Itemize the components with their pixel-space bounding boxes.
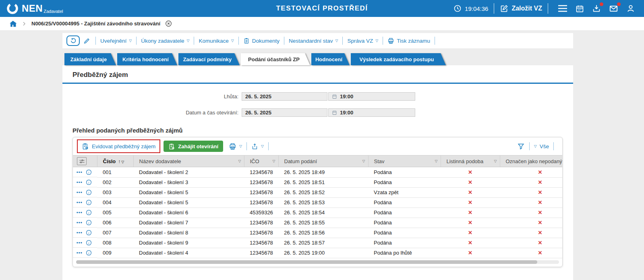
- cell-listinna-podoba-x: ✕: [441, 218, 500, 228]
- tab-vysledek-zadavaciho-postupu[interactable]: Výsledek zadávacího postupu: [351, 53, 446, 65]
- filter-caret-icon[interactable]: ▽: [121, 160, 124, 164]
- table-row[interactable]: i 003 Dodavatel - školení 5 12345678 26.…: [73, 187, 562, 197]
- row-options-icon[interactable]: [77, 191, 82, 193]
- divider: [284, 37, 284, 45]
- column-header-stav[interactable]: Stav▽: [368, 156, 441, 167]
- row-options-icon[interactable]: [77, 181, 82, 183]
- divider: [238, 37, 239, 45]
- toolbar-item-tisk-zaznamu[interactable]: Tisk záznamu: [387, 37, 430, 44]
- section-title: Předběžný zájem: [62, 65, 573, 79]
- tab-kriteria-hodnoceni[interactable]: Kritéria hodnocení: [117, 53, 177, 65]
- table-row[interactable]: i 002 Dodavatel - školení 3 12345678 26.…: [73, 177, 562, 187]
- create-vz-button[interactable]: Založit VZ: [500, 4, 542, 13]
- column-header-datum-podani[interactable]: Datum podání▽: [278, 156, 368, 167]
- tab-hodnoceni[interactable]: Hodnocení: [311, 53, 350, 65]
- divider: [548, 3, 548, 14]
- row-options-icon[interactable]: [77, 252, 82, 254]
- edit-square-icon: [500, 4, 508, 13]
- filter-caret-icon[interactable]: ▽: [238, 159, 241, 163]
- lhuta-date-field[interactable]: 26. 5. 2025: [242, 92, 327, 101]
- export-button[interactable]: ▽: [251, 143, 264, 150]
- edit-record-button[interactable]: [83, 37, 90, 44]
- row-options-icon[interactable]: [77, 232, 82, 234]
- row-options-icon[interactable]: [77, 201, 82, 203]
- row-info-icon[interactable]: i: [86, 169, 92, 175]
- chevron-right-icon: [22, 21, 27, 26]
- row-info-icon[interactable]: i: [86, 209, 92, 216]
- row-info-icon[interactable]: i: [86, 220, 92, 226]
- table-row[interactable]: i 007 Dodavatel - školení 8 12345678 26.…: [73, 228, 562, 238]
- cell-nazev-dodavatele: Dodavatel - školení 6: [133, 207, 244, 218]
- tab-podani-ucastniku-zp[interactable]: Podání účastníků ZP: [241, 53, 310, 65]
- row-info-icon[interactable]: i: [86, 240, 92, 246]
- row-options-icon[interactable]: [77, 222, 82, 224]
- lhuta-time-field[interactable]: 19:00: [328, 92, 415, 101]
- history-back-button[interactable]: [66, 35, 80, 46]
- submissions-table-wrap: Číslo↑▽ Název dodavatele▽ IČO▽ Datum pod…: [73, 155, 562, 258]
- row-info-icon[interactable]: i: [86, 189, 92, 195]
- column-settings-button[interactable]: [77, 157, 87, 165]
- column-header-listinna-podoba[interactable]: Listinná podoba▽: [441, 156, 500, 167]
- row-info-icon[interactable]: i: [86, 250, 92, 256]
- menu-button[interactable]: [558, 5, 567, 12]
- downloads-button[interactable]: [592, 4, 601, 13]
- cell-cislo: 008: [97, 238, 133, 248]
- row-info-icon[interactable]: i: [86, 230, 92, 236]
- table-row[interactable]: i 009 Dodavatel - školení 4 12345678 26.…: [73, 248, 562, 258]
- cell-nazev-dodavatele: Dodavatel - školení 7: [133, 218, 244, 228]
- cell-oznacen-nepodany-x: ✕: [500, 187, 562, 197]
- zahajit-otevirani-button[interactable]: Zahájit otevírání: [164, 141, 223, 152]
- column-header-ico[interactable]: IČO▽: [244, 156, 278, 167]
- filter-caret-icon[interactable]: ▽: [494, 159, 497, 163]
- tab-zakladni-udaje[interactable]: Základní údaje: [64, 53, 116, 65]
- filter-caret-icon[interactable]: ▽: [362, 159, 365, 163]
- home-icon[interactable]: [9, 20, 17, 28]
- table-row[interactable]: i 001 Dodavatel - školení 2 12345678 26.…: [73, 167, 562, 178]
- annotation-highlight-box: Evidovat předběžný zájem: [77, 139, 160, 153]
- row-options-icon[interactable]: [77, 212, 82, 214]
- calendar-button[interactable]: [576, 4, 584, 13]
- row-info-icon[interactable]: i: [86, 179, 92, 185]
- table-row[interactable]: i 006 Dodavatel - školení 7 12345678 26.…: [73, 218, 562, 228]
- table-row[interactable]: i 004 Dodavatel - školení 5 12345678 26.…: [73, 197, 562, 207]
- otevirani-time-field[interactable]: 19:00: [328, 108, 415, 117]
- datum-otevirani-label: Datum a čas otevírání:: [62, 110, 238, 116]
- cell-datum-podani: 26. 5. 2025 18:51: [278, 177, 368, 187]
- toolbar-item-dokumenty[interactable]: Dokumenty: [243, 37, 280, 44]
- table-row[interactable]: i 005 Dodavatel - školení 6 45359326 26.…: [73, 207, 562, 218]
- table-row[interactable]: i 008 Dodavatel - školení 9 12345678 26.…: [73, 238, 562, 248]
- filter-caret-icon[interactable]: ▽: [435, 159, 438, 163]
- cell-stav: Podána: [368, 167, 441, 178]
- evidovat-predbezny-zajem-button[interactable]: Evidovat předběžný zájem: [82, 143, 155, 150]
- horizontal-scrollbar[interactable]: [76, 260, 559, 264]
- user-profile-button[interactable]: [626, 4, 635, 13]
- scrollbar-thumb[interactable]: [76, 260, 537, 264]
- close-breadcrumb-icon[interactable]: [165, 20, 172, 27]
- column-header-nazev[interactable]: Název dodavatele▽: [133, 156, 244, 167]
- filter-all-dropdown[interactable]: ▽ Vše: [534, 143, 549, 149]
- cell-ico: 12345678: [244, 177, 278, 187]
- breadcrumb-item[interactable]: N006/25/V00004995 - Zajištění závodního …: [31, 21, 160, 27]
- print-table-button[interactable]: ▽: [229, 143, 242, 150]
- otevirani-date-field[interactable]: 26. 5. 2025: [242, 108, 327, 117]
- row-options-icon[interactable]: [77, 242, 82, 244]
- nen-logo[interactable]: NEN Zadavatel: [6, 2, 63, 15]
- downloads-notification-dot: [600, 2, 603, 6]
- row-info-icon[interactable]: i: [86, 199, 92, 205]
- filter-icon[interactable]: [517, 143, 525, 150]
- divider: [95, 37, 96, 45]
- messages-button[interactable]: [609, 4, 618, 13]
- toolbar-item-sprava-vz[interactable]: Správa VZ▽: [347, 38, 378, 44]
- column-header-cislo[interactable]: Číslo↑▽: [97, 156, 133, 167]
- row-options-icon[interactable]: [77, 171, 82, 173]
- filter-caret-icon[interactable]: ▽: [273, 159, 275, 163]
- caret-down-icon: ▽: [335, 39, 338, 43]
- toolbar-item-nestandardni-stav[interactable]: Nestandardní stav▽: [289, 38, 338, 44]
- submissions-card: Evidovat předběžný zájem Zahájit otevírá…: [72, 137, 563, 267]
- toolbar-item-ukony-zadavatele[interactable]: Úkony zadavatele▽: [141, 38, 189, 44]
- tab-zadavaci-podminky[interactable]: Zadávací podmínky: [178, 53, 240, 65]
- toolbar-item-komunikace[interactable]: Komunikace▽: [199, 38, 234, 44]
- column-header-oznacen-nepodany[interactable]: Označen jako nepodaný: [500, 156, 562, 167]
- toolbar-item-uverejneni[interactable]: Uveřejnění▽: [100, 38, 132, 44]
- cell-cislo: 009: [97, 248, 133, 258]
